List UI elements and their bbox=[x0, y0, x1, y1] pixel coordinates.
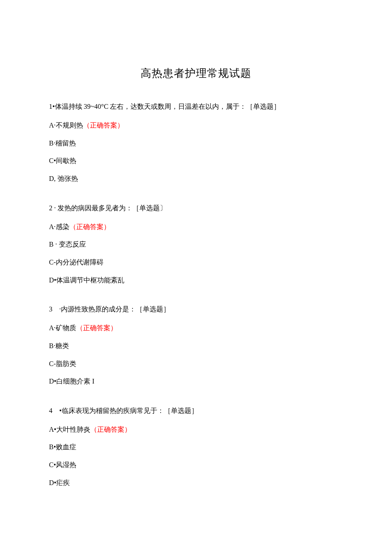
option-a: A•大叶性肺炎（正确答案） bbox=[49, 424, 343, 435]
option-d: D•体温调节中枢功能紊乱 bbox=[49, 275, 343, 286]
option-text: D, 弛张热 bbox=[49, 175, 78, 182]
option-text: D•白细胞介素 I bbox=[49, 378, 94, 385]
option-c: C-脂肪类 bbox=[49, 358, 343, 369]
option-b: B·糖类 bbox=[49, 340, 343, 352]
correct-answer-label: （正确答案） bbox=[83, 122, 124, 129]
option-text: D•疟疾 bbox=[49, 479, 70, 486]
option-text: C•间歇热 bbox=[49, 157, 76, 164]
question-4: 4 •临床表现为稽留热的疾病常见于：［单选题］ A•大叶性肺炎（正确答案） B•… bbox=[49, 405, 343, 488]
option-b: B•败血症 bbox=[49, 442, 343, 453]
option-text: C-脂肪类 bbox=[49, 360, 76, 367]
option-a: A·不规则热（正确答案） bbox=[49, 120, 343, 131]
option-c: C•风湿热 bbox=[49, 459, 343, 471]
option-text: A·感染 bbox=[49, 223, 69, 230]
option-a: A·感染（正确答案） bbox=[49, 221, 343, 232]
question-stem: 4 •临床表现为稽留热的疾病常见于：［单选题］ bbox=[49, 405, 343, 416]
option-text: C-内分泌代谢障碍 bbox=[49, 259, 104, 266]
question-stem: 2 · 发热的病因最多见者为：［单选题〕 bbox=[49, 202, 343, 214]
option-c: C-内分泌代谢障碍 bbox=[49, 257, 343, 268]
correct-answer-label: （正确答案） bbox=[76, 324, 117, 331]
option-d: D•疟疾 bbox=[49, 477, 343, 488]
question-1: 1•体温持续 39~40°C 左右，达数天或数周，日温差在以内，属于：［单选题］… bbox=[49, 101, 343, 184]
option-text: B·糖类 bbox=[49, 342, 69, 349]
option-a: A·矿物质（正确答案） bbox=[49, 323, 343, 334]
option-c: C•间歇热 bbox=[49, 155, 343, 166]
document-title: 高热患者护理常规试题 bbox=[49, 66, 343, 80]
question-stem: 3 ·内源性致热原的成分是：［单选题］ bbox=[49, 303, 343, 315]
option-text: B·稽留热 bbox=[49, 139, 76, 147]
question-stem: 1•体温持续 39~40°C 左右，达数天或数周，日温差在以内，属于：［单选题］ bbox=[49, 101, 343, 112]
option-b: B·稽留热 bbox=[49, 138, 343, 149]
option-text: A·不规则热 bbox=[49, 122, 83, 129]
correct-answer-label: （正确答案） bbox=[69, 223, 110, 230]
option-text: A•大叶性肺炎 bbox=[49, 426, 90, 433]
option-text: C•风湿热 bbox=[49, 461, 76, 468]
option-d: D, 弛张热 bbox=[49, 173, 343, 184]
question-3: 3 ·内源性致热原的成分是：［单选题］ A·矿物质（正确答案） B·糖类 C-脂… bbox=[49, 303, 343, 387]
correct-answer-label: （正确答案） bbox=[90, 426, 131, 433]
option-d: D•白细胞介素 I bbox=[49, 376, 343, 387]
option-text: B · 变态反应 bbox=[49, 241, 86, 248]
option-b: B · 变态反应 bbox=[49, 239, 343, 250]
option-text: B•败血症 bbox=[49, 443, 76, 450]
option-text: D•体温调节中枢功能紊乱 bbox=[49, 276, 124, 284]
question-2: 2 · 发热的病因最多见者为：［单选题〕 A·感染（正确答案） B · 变态反应… bbox=[49, 202, 343, 286]
option-text: A·矿物质 bbox=[49, 324, 76, 331]
